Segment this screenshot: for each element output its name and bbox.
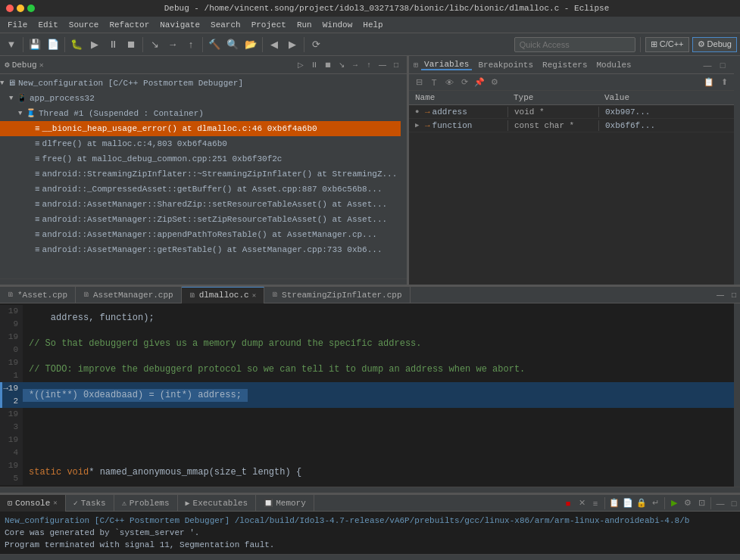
menu-window[interactable]: Window — [318, 19, 358, 31]
console-tab-memory[interactable]: 🔲 Memory — [256, 495, 314, 512]
tab-modules[interactable]: Modules — [594, 61, 635, 70]
editor-content[interactable]: 19 9 address, function); 19 0 // So that… — [0, 303, 734, 487]
toolbar-forward[interactable]: ▶ — [284, 36, 301, 53]
toolbar-build[interactable]: 🔨 — [206, 36, 223, 53]
debug-action-suspend[interactable]: ⏸ — [308, 59, 320, 71]
console-scroll-lock[interactable]: 🔒 — [635, 497, 648, 509]
toolbar-back[interactable]: ◀ — [266, 36, 283, 53]
tree-item-1[interactable]: ▼ 📱 app_process32 — [0, 91, 401, 106]
debug-scroll-h[interactable] — [0, 278, 407, 285]
var-row-address[interactable]: ● → address void * 0xb907... — [409, 105, 734, 119]
tree-item-5[interactable]: ≡ free() at malloc_debug_common.cpp:251 … — [0, 151, 401, 166]
tab-asset-cpp[interactable]: 🗎 *Asset.cpp — [0, 287, 76, 303]
var-add-watch[interactable]: 👁 — [442, 76, 456, 89]
tab-assetmanager-cpp[interactable]: 🗎 AssetManager.cpp — [76, 287, 182, 303]
debug-scroll-v[interactable] — [401, 74, 407, 278]
tree-item-10[interactable]: ≡ android::AssetManager::appendPathToRes… — [0, 227, 401, 242]
toolbar-step-into[interactable]: ↘ — [146, 36, 163, 53]
tree-item-7[interactable]: ≡ android::_CompressedAsset::getBuffer()… — [0, 182, 401, 197]
editor-scroll-h[interactable] — [0, 487, 740, 493]
console-word-wrap[interactable]: ↵ — [649, 497, 661, 509]
menu-navigate[interactable]: Navigate — [155, 19, 205, 31]
menu-search[interactable]: Search — [206, 19, 245, 31]
toolbar-search[interactable]: 🔍 — [224, 36, 241, 53]
close-button[interactable] — [6, 5, 14, 12]
menu-help[interactable]: Help — [358, 19, 387, 31]
toolbar-stop[interactable]: ⏹ — [123, 36, 139, 53]
var-pin[interactable]: 📌 — [473, 76, 486, 89]
console-clear[interactable]: ≡ — [589, 497, 601, 509]
perspective-cpp[interactable]: ⊞ C/C++ — [645, 37, 689, 52]
debug-action-stop[interactable]: ⏹ — [322, 59, 334, 71]
console-debug[interactable]: ⚙ — [682, 497, 694, 509]
console-close-icon[interactable]: ✕ — [53, 499, 57, 507]
debug-action-step-ret[interactable]: ↑ — [363, 59, 375, 71]
var-copy[interactable]: 📋 — [702, 76, 716, 89]
editor-minimize[interactable]: — — [714, 289, 726, 301]
tab-streaming-cpp[interactable]: 🗎 StreamingZipInflater.cpp — [264, 287, 410, 303]
minimize-button[interactable] — [17, 5, 24, 12]
tree-item-3[interactable]: ≡ __bionic_heap_usage_error() at dlmallo… — [0, 121, 401, 136]
tab-variables[interactable]: Variables — [421, 60, 472, 70]
expand-arrow-function[interactable]: ▶ — [415, 121, 423, 129]
var-export[interactable]: ⬆ — [717, 76, 731, 89]
var-refresh[interactable]: ⟳ — [457, 76, 471, 89]
debug-close-icon[interactable]: ✕ — [39, 61, 44, 70]
var-maximize[interactable]: □ — [716, 58, 729, 72]
toolbar-refresh[interactable]: ⟳ — [308, 36, 324, 53]
toolbar-pause[interactable]: ⏸ — [105, 36, 121, 53]
menu-refactor[interactable]: Refactor — [105, 19, 154, 31]
tree-item-6[interactable]: ≡ android::StreamingZipInflater::~Stream… — [0, 166, 401, 182]
tree-item-4[interactable]: ≡ dlfree() at malloc.c:4,803 0xb6f4a6b0 — [0, 136, 401, 151]
var-show-type[interactable]: T — [427, 76, 441, 89]
var-table[interactable]: Name Type Value ● → address void * 0xb90… — [409, 91, 734, 285]
toolbar-new[interactable]: ▼ — [3, 36, 20, 53]
console-open-console[interactable]: ⊡ — [695, 497, 707, 509]
var-collapse-all[interactable]: ⊟ — [412, 76, 426, 89]
debug-action-resume[interactable]: ▷ — [295, 59, 307, 71]
toolbar-save[interactable]: 💾 — [27, 36, 43, 53]
console-run[interactable]: ▶ — [668, 497, 680, 509]
tree-item-0[interactable]: ▼ 🖥 New_configuration [C/C++ Postmortem … — [0, 76, 401, 91]
console-tab-problems[interactable]: ⚠ Problems — [114, 495, 178, 512]
editor-scroll-v[interactable] — [734, 303, 740, 487]
console-stop[interactable]: ■ — [562, 497, 574, 509]
console-terminate[interactable]: ✕ — [576, 497, 588, 509]
debug-action-step-over[interactable]: → — [349, 59, 361, 71]
tree-item-9[interactable]: ≡ android::AssetManager::ZipSet::setZipR… — [0, 212, 401, 227]
tab-registers[interactable]: Registers — [539, 61, 590, 70]
var-minimize[interactable]: — — [701, 58, 714, 72]
dlmalloc-close[interactable]: ✕ — [252, 291, 256, 300]
toolbar-open-type[interactable]: 📂 — [242, 36, 259, 53]
maximize-button[interactable] — [27, 5, 35, 12]
tab-dlmalloc-c[interactable]: 🗎 dlmalloc.c ✕ — [182, 287, 264, 303]
console-paste[interactable]: 📄 — [622, 497, 634, 509]
menu-edit[interactable]: Edit — [33, 19, 62, 31]
console-maximize[interactable]: □ — [728, 497, 740, 509]
toolbar-step-return[interactable]: ↑ — [183, 36, 199, 53]
menu-run[interactable]: Run — [292, 19, 317, 31]
tree-item-8[interactable]: ≡ android::AssetManager::SharedZip::setR… — [0, 197, 401, 212]
quick-access-input[interactable] — [514, 37, 635, 52]
debug-tree-scroll[interactable]: ▼ 🖥 New_configuration [C/C++ Postmortem … — [0, 74, 401, 278]
console-tab-tasks[interactable]: ✓ Tasks — [66, 495, 114, 512]
toolbar-run[interactable]: ▶ — [86, 36, 103, 53]
var-scroll-v[interactable] — [734, 56, 740, 285]
toolbar-debug[interactable]: 🐛 — [68, 36, 85, 53]
expand-arrow-address[interactable]: ● — [415, 108, 423, 116]
debug-action-step-into[interactable]: ↘ — [336, 59, 348, 71]
toolbar-step-over[interactable]: → — [164, 36, 181, 53]
console-scroll-h[interactable] — [0, 554, 740, 560]
menu-source[interactable]: Source — [64, 19, 104, 31]
debug-minimize[interactable]: — — [376, 59, 389, 71]
console-tab-executables[interactable]: ▶ Executables — [178, 495, 257, 512]
perspective-debug[interactable]: ⚙ Debug — [692, 37, 737, 52]
menu-file[interactable]: File — [3, 19, 32, 31]
tree-item-2[interactable]: ▼ 🧵 Thread #1 (Suspended : Container) — [0, 106, 401, 121]
tree-item-11[interactable]: ≡ android::AssetManager::getResTable() a… — [0, 242, 401, 257]
tab-breakpoints[interactable]: Breakpoints — [475, 61, 536, 70]
console-minimize[interactable]: — — [714, 497, 726, 509]
var-row-function[interactable]: ▶ → function const char * 0xb6f6f... — [409, 119, 734, 132]
editor-maximize[interactable]: □ — [728, 289, 740, 301]
window-controls[interactable] — [6, 5, 35, 12]
